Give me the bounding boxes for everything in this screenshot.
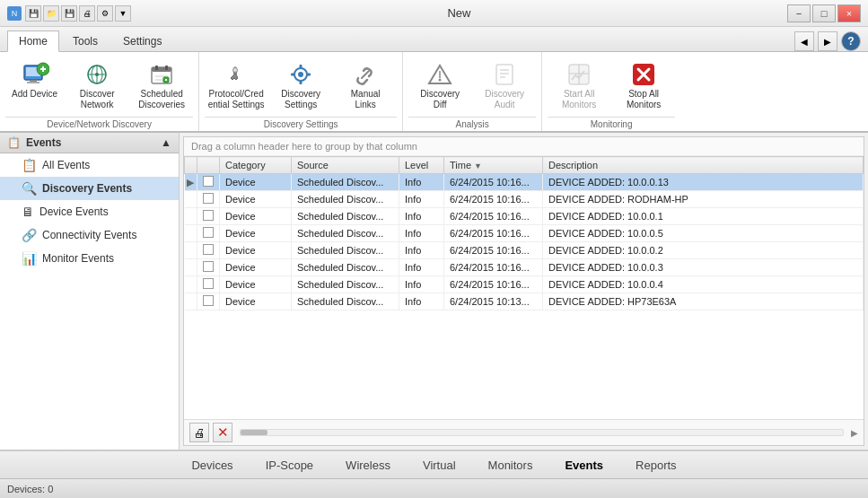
stop-monitors-label: Stop All Monitors [618, 89, 669, 110]
ribbon-back-button[interactable]: ◀ [794, 31, 814, 51]
row-checkbox[interactable] [197, 208, 220, 225]
table-row[interactable]: DeviceScheduled Discov...Info6/24/2015 1… [185, 276, 864, 293]
row-source: Scheduled Discov... [292, 276, 399, 293]
ribbon-group-items: Add Device Discover Network [5, 56, 193, 115]
save-icon[interactable]: 💾 [25, 5, 41, 22]
col-level[interactable]: Level [399, 157, 444, 174]
tab-monitors[interactable]: Monitors [472, 453, 549, 477]
table-header-row: Category Source Level Time ▼ [185, 157, 864, 174]
horizontal-scrollbar[interactable] [240, 429, 844, 436]
row-category: Device [220, 259, 292, 276]
stop-monitors-button[interactable]: Stop All Monitors [612, 56, 675, 115]
close-button[interactable]: × [837, 4, 861, 22]
add-device-button[interactable]: Add Device [5, 56, 64, 104]
tab-virtual[interactable]: Virtual [407, 453, 472, 477]
settings-icon[interactable]: ⚙ [97, 5, 113, 22]
ribbon-group-items-4: Start All Monitors Stop All Monitors [548, 56, 675, 115]
scheduled-discoveries-icon [147, 60, 176, 89]
tab-ip-scope[interactable]: IP-Scope [250, 453, 329, 477]
save2-icon[interactable]: 💾 [61, 5, 77, 22]
discovery-events-icon: 🔍 [22, 181, 37, 196]
print-table-button[interactable]: 🖨 [189, 423, 209, 442]
table-row[interactable]: DeviceScheduled Discov...Info6/24/2015 1… [185, 242, 864, 259]
row-checkbox[interactable] [197, 293, 220, 310]
manual-links-button[interactable]: Manual Links [334, 56, 397, 115]
discovery-settings-button[interactable]: Discovery Settings [269, 56, 332, 115]
minimize-button[interactable]: − [787, 4, 811, 22]
table-row[interactable]: DeviceScheduled Discov...Info6/24/2015 1… [185, 225, 864, 242]
row-checkbox[interactable] [197, 276, 220, 293]
row-description: DEVICE ADDED: 10.0.0.5 [543, 225, 864, 242]
col-arrow [185, 157, 197, 174]
events-table: Category Source Level Time ▼ [184, 156, 864, 310]
tab-reports[interactable]: Reports [619, 453, 693, 477]
row-category: Device [220, 174, 292, 191]
table-row[interactable]: DeviceScheduled Discov...Info6/24/2015 1… [185, 208, 864, 225]
title-bar: N 💾 📁 💾 🖨 ⚙ ▼ New − □ × [0, 0, 868, 27]
col-source[interactable]: Source [292, 157, 399, 174]
row-checkbox[interactable] [197, 242, 220, 259]
sidebar-item-discovery-events[interactable]: 🔍 Discovery Events [0, 177, 179, 200]
sidebar-collapse-icon[interactable]: ▲ [161, 136, 171, 149]
protocol-credential-icon [222, 60, 250, 89]
device-events-icon: 🖥 [22, 205, 34, 219]
svg-rect-32 [496, 65, 513, 84]
clear-table-button[interactable]: ✕ [213, 423, 232, 442]
row-arrow [185, 276, 197, 293]
ribbon-forward-button[interactable]: ▶ [818, 31, 837, 51]
sidebar-header: 📋 Events ▲ [0, 133, 179, 153]
print-icon[interactable]: 🖨 [79, 5, 95, 22]
row-level: Info [399, 276, 444, 293]
tab-wireless[interactable]: Wireless [329, 453, 407, 477]
table-row[interactable]: DeviceScheduled Discov...Info6/24/2015 1… [185, 293, 864, 310]
tab-events[interactable]: Events [548, 453, 619, 477]
sidebar-item-monitor-events[interactable]: 📊 Monitor Events [0, 247, 179, 270]
row-level: Info [399, 208, 444, 225]
col-category[interactable]: Category [220, 157, 292, 174]
table-row[interactable]: DeviceScheduled Discov...Info6/24/2015 1… [185, 191, 864, 208]
row-checkbox[interactable] [197, 174, 220, 191]
tab-tools[interactable]: Tools [61, 31, 110, 51]
protocol-credential-button[interactable]: Protocol/Credential Settings [205, 56, 267, 115]
sidebar-header-label: Events [26, 136, 61, 149]
event-table[interactable]: Category Source Level Time ▼ [184, 156, 864, 419]
table-row[interactable]: ▶DeviceScheduled Discov...Info6/24/2015 … [185, 174, 864, 191]
row-checkbox[interactable] [197, 259, 220, 276]
dropdown-arrow-icon[interactable]: ▼ [115, 5, 131, 22]
quick-access-toolbar: 💾 📁 💾 🖨 ⚙ ▼ [25, 5, 131, 22]
ribbon-group-monitoring: Start All Monitors Stop All Monitors Mon… [542, 52, 680, 131]
row-checkbox[interactable] [197, 225, 220, 242]
row-time: 6/24/2015 10:16... [444, 259, 543, 276]
scroll-right-arrow[interactable]: ▶ [851, 428, 858, 438]
device-network-discovery-label: Device/Network Discovery [5, 117, 193, 131]
row-description: DEVICE ADDED: 10.0.0.1 [543, 208, 864, 225]
ribbon: Add Device Discover Network [0, 52, 868, 133]
table-row[interactable]: DeviceScheduled Discov...Info6/24/2015 1… [185, 259, 864, 276]
manual-links-label: Manual Links [340, 89, 390, 110]
discovery-audit-button[interactable]: Discovery Audit [473, 56, 536, 115]
row-checkbox[interactable] [197, 191, 220, 208]
sidebar-item-all-events[interactable]: 📋 All Events [0, 153, 179, 177]
svg-rect-25 [300, 81, 302, 84]
scheduled-discoveries-label: Scheduled Discoveries [136, 89, 187, 110]
add-device-label: Add Device [12, 89, 57, 100]
help-button[interactable]: ? [841, 31, 861, 51]
tab-home[interactable]: Home [7, 31, 59, 52]
discovery-diff-button[interactable]: Discovery Diff [408, 56, 471, 115]
col-time[interactable]: Time ▼ [444, 157, 543, 174]
scheduled-discoveries-button[interactable]: Scheduled Discoveries [130, 56, 193, 115]
main-area: 📋 Events ▲ 📋 All Events 🔍 Discovery Even… [0, 133, 868, 450]
folder-icon[interactable]: 📁 [43, 5, 59, 22]
maximize-button[interactable]: □ [812, 4, 836, 22]
col-description[interactable]: Description [543, 157, 864, 174]
ribbon-group-discovery-settings: Protocol/Credential Settings Discovery S… [199, 52, 403, 131]
discover-network-button[interactable]: Discover Network [66, 56, 128, 115]
row-source: Scheduled Discov... [292, 191, 399, 208]
sidebar-item-device-events[interactable]: 🖥 Device Events [0, 200, 179, 223]
tab-devices[interactable]: Devices [175, 453, 249, 477]
row-source: Scheduled Discov... [292, 242, 399, 259]
start-monitors-button[interactable]: Start All Monitors [548, 56, 610, 115]
sidebar-item-connectivity-events[interactable]: 🔗 Connectivity Events [0, 223, 179, 247]
tab-settings[interactable]: Settings [111, 31, 173, 51]
row-arrow [185, 191, 197, 208]
